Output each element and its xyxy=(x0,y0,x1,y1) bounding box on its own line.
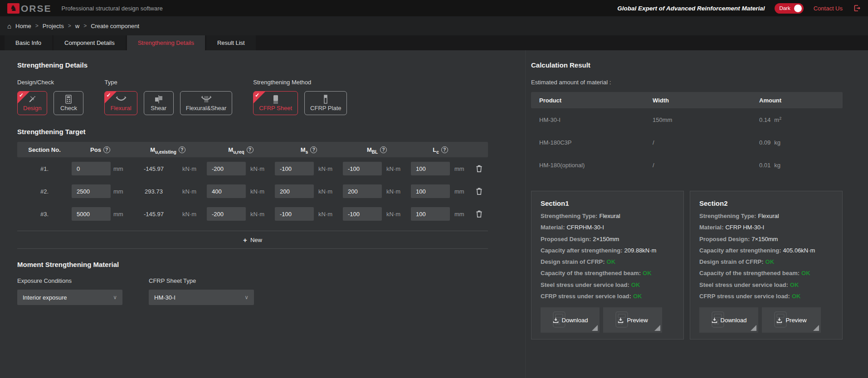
new-section-button[interactable]: + New xyxy=(17,231,488,249)
unit-knm: kN·m xyxy=(383,165,411,172)
download-label: Download xyxy=(562,317,588,324)
theme-toggle-knob xyxy=(794,5,802,12)
cfrp-sheet-icon xyxy=(272,94,280,104)
shear-option-button[interactable]: Shear xyxy=(144,91,174,115)
shear-icon xyxy=(153,94,164,104)
check-option-button[interactable]: Check xyxy=(54,91,83,115)
lc-input[interactable] xyxy=(411,162,450,175)
tab-basic-info[interactable]: Basic Info xyxy=(5,35,52,50)
preview-button[interactable]: Preview xyxy=(762,307,821,333)
help-icon[interactable]: ? xyxy=(310,146,317,153)
lc-input[interactable] xyxy=(411,207,450,221)
unit-knm: kN·m xyxy=(179,188,207,195)
unit-mm: mm xyxy=(451,188,470,195)
help-icon[interactable]: ? xyxy=(103,146,110,153)
flexural-option-button[interactable]: ✓ Flexural xyxy=(104,91,137,115)
breadcrumb-project-w[interactable]: w xyxy=(75,23,79,29)
cfrp-plate-option-button[interactable]: CFRP Plate xyxy=(304,91,347,115)
exposure-conditions-select[interactable]: Interior exposure ∨ xyxy=(17,290,122,305)
delete-row-button[interactable] xyxy=(470,187,488,195)
design-check-group: Design/Check ✓ Design xyxy=(17,79,83,115)
ok-status: OK xyxy=(788,281,799,288)
width-cell: / xyxy=(653,162,759,169)
mbl-input[interactable] xyxy=(343,207,382,221)
ms-input[interactable] xyxy=(275,207,314,221)
help-icon[interactable]: ? xyxy=(179,146,185,153)
help-icon[interactable]: ? xyxy=(441,146,448,153)
ok-status: OK xyxy=(764,258,775,265)
mu-req-input[interactable] xyxy=(207,207,246,221)
result-line: Design strain of CFRP:OK xyxy=(541,258,674,266)
col-mu-req-label: Mu,req xyxy=(228,146,244,153)
unit-knm: kN·m xyxy=(179,211,207,218)
amount-cell: 0.01kg xyxy=(759,161,834,169)
cfrp-sheet-option-button[interactable]: ✓ CFRP Sheet xyxy=(253,91,298,115)
col-pos-label: Pos xyxy=(90,146,101,153)
design-option-button[interactable]: ✓ Design xyxy=(17,91,47,115)
breadcrumb-create-component: Create component xyxy=(91,23,139,29)
ms-input[interactable] xyxy=(275,162,314,175)
type-group: Type ✓ Flexural xyxy=(104,79,232,115)
mu-req-input[interactable] xyxy=(207,162,246,175)
contact-us-link[interactable]: Contact Us xyxy=(814,5,843,12)
pos-input[interactable] xyxy=(72,162,111,175)
exposure-conditions-field: Exposure Conditions Interior exposure ∨ xyxy=(17,277,122,305)
preview-button[interactable]: Preview xyxy=(603,307,662,333)
pos-input[interactable] xyxy=(72,207,111,221)
horse-logo-icon: ♞ xyxy=(7,3,20,14)
table-row: #1. mm -145.97 kN·m kN·m kN·m kN·m mm xyxy=(17,157,488,180)
delete-row-button[interactable] xyxy=(470,165,488,173)
trash-icon xyxy=(476,187,483,195)
mbl-input[interactable] xyxy=(343,184,382,198)
download-button[interactable]: Download xyxy=(541,307,600,333)
design-option-label: Design xyxy=(23,105,41,111)
breadcrumb-separator: > xyxy=(35,23,39,29)
download-label: Download xyxy=(721,317,747,324)
result-line: Strengthening Type:Flexural xyxy=(541,213,674,220)
download-icon xyxy=(617,317,624,324)
unit-knm: kN·m xyxy=(315,165,343,172)
preview-label: Preview xyxy=(785,317,806,324)
col-pos: Pos ? xyxy=(72,146,129,153)
flexural-shear-option-button[interactable]: Flexural&Shear xyxy=(180,91,233,115)
tab-result-list[interactable]: Result List xyxy=(206,35,256,50)
design-check-label: Design/Check xyxy=(17,79,83,86)
corner-fold xyxy=(751,325,756,331)
brand-slogan: Global Expert of Advanced Reinforcement … xyxy=(617,5,765,12)
material-estimate-table: Product Width Amount HM-30-I 150mm 0.14m… xyxy=(531,92,843,176)
shear-option-label: Shear xyxy=(151,105,166,111)
logout-button[interactable] xyxy=(853,4,861,12)
amount-cell: 0.14m2 xyxy=(759,116,834,123)
product-cell: HM-180C3P xyxy=(539,139,653,146)
ok-status: OK xyxy=(790,293,801,300)
tab-strengthening-details[interactable]: Strengthening Details xyxy=(127,35,205,50)
logo-text: ORSE xyxy=(21,4,52,13)
check-icon: ✓ xyxy=(19,92,24,98)
mu-req-input[interactable] xyxy=(207,184,246,198)
help-icon[interactable]: ? xyxy=(247,146,254,153)
estimated-material-label: Estimated amount of material : xyxy=(531,79,843,86)
lc-input[interactable] xyxy=(411,184,450,198)
result-line: CFRP stress under service load:OK xyxy=(699,293,833,300)
ms-input[interactable] xyxy=(275,184,314,198)
help-icon[interactable]: ? xyxy=(380,146,387,153)
moment-material-title: Moment Strengthening Material xyxy=(17,261,525,268)
horse-logo[interactable]: ♞ ORSE xyxy=(7,3,52,14)
download-button[interactable]: Download xyxy=(699,307,758,333)
breadcrumb-home[interactable]: Home xyxy=(15,23,31,29)
breadcrumb-separator: > xyxy=(83,23,87,29)
strengthening-method-label: Strengthening Method xyxy=(253,79,347,86)
section-row-label: #1. xyxy=(17,165,72,172)
check-icon: ✓ xyxy=(106,92,111,98)
cfrp-sheet-type-select[interactable]: HM-30-I ∨ xyxy=(149,290,254,305)
result-line: Proposed Design:7×150mm xyxy=(699,236,833,243)
delete-row-button[interactable] xyxy=(470,210,488,218)
theme-toggle[interactable]: Dark xyxy=(775,3,803,14)
tab-component-details[interactable]: Component Details xyxy=(54,35,126,50)
breadcrumb-projects[interactable]: Projects xyxy=(43,23,64,29)
result-line: Strengthening Type:Flexural xyxy=(699,213,833,220)
unit-knm: kN·m xyxy=(247,188,275,195)
mbl-input[interactable] xyxy=(343,162,382,175)
unit-knm: kN·m xyxy=(315,188,343,195)
pos-input[interactable] xyxy=(72,184,111,198)
